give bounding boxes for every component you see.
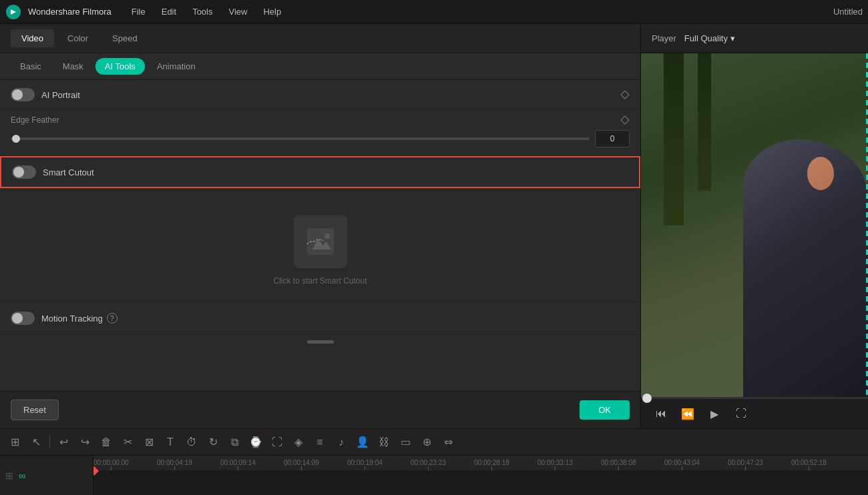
smart-cutout-preview[interactable]: Click to start Smart Cutout xyxy=(0,188,640,302)
smart-cutout-label: Smart Cutout xyxy=(43,167,94,177)
scroll-indicator xyxy=(0,335,640,349)
tl-people-icon[interactable]: 👤 xyxy=(353,433,372,452)
ruler-mark-0: 00:00:00:00 xyxy=(93,459,129,470)
player-header: Player Full Quality ▾ xyxy=(641,24,868,53)
panel-content: AI Portrait Edge Feather 0 xyxy=(0,80,640,391)
track-add-icon[interactable]: ⊞ xyxy=(5,470,13,481)
ruler-mark-2: 00:00:09:14 xyxy=(220,459,256,470)
fullscreen-button[interactable]: ⛶ xyxy=(732,404,750,423)
motion-tracking-section: Motion Tracking ? xyxy=(0,302,640,335)
menu-view[interactable]: View xyxy=(222,4,254,19)
top-tabs: Video Color Speed xyxy=(0,24,640,53)
subtab-animation[interactable]: Animation xyxy=(148,58,205,75)
ai-portrait-section: AI Portrait xyxy=(0,80,640,110)
motion-tracking-help-icon[interactable]: ? xyxy=(107,313,118,324)
menu-edit[interactable]: Edit xyxy=(155,4,183,19)
timeline-ruler: 00:00:00:00 00:00:04:19 00:00:09:14 00:0… xyxy=(93,456,868,470)
edge-feather-section: Edge Feather 0 xyxy=(0,110,640,156)
tl-clock-icon[interactable]: ⌚ xyxy=(246,433,265,452)
timeline-toolbar: ⊞ ↖ ↩ ↪ 🗑 ✂ ⊠ T ⏱ ↻ ⧉ ⌚ ⛶ ◈ ≡ ♪ 👤 ⛓ ▭ ⊕ … xyxy=(0,429,868,456)
edge-feather-slider-row: 0 xyxy=(11,130,630,147)
subtab-aitools[interactable]: AI Tools xyxy=(95,58,145,75)
cutout-placeholder-icon xyxy=(304,225,337,258)
tl-redo-icon[interactable]: ↪ xyxy=(75,433,94,452)
ai-portrait-toggle[interactable] xyxy=(11,88,35,101)
video-tree-2 xyxy=(698,53,711,191)
timeline-area: ⊞ ↖ ↩ ↪ 🗑 ✂ ⊠ T ⏱ ↻ ⧉ ⌚ ⛶ ◈ ≡ ♪ 👤 ⛓ ▭ ⊕ … xyxy=(0,428,868,495)
video-tree xyxy=(664,53,684,225)
tl-text-icon[interactable]: T xyxy=(161,433,180,452)
tl-crop-icon[interactable]: ⊠ xyxy=(140,433,158,452)
edge-feather-slider[interactable] xyxy=(11,137,590,140)
edge-feather-value[interactable]: 0 xyxy=(595,130,630,147)
menu-tools[interactable]: Tools xyxy=(186,4,219,19)
tab-video[interactable]: Video xyxy=(11,29,54,47)
tl-cursor-icon[interactable]: ↖ xyxy=(27,433,45,452)
player-quality-select[interactable]: Full Quality ▾ xyxy=(684,33,735,43)
tl-audio-icon[interactable]: ♪ xyxy=(332,433,351,452)
tl-timer-icon[interactable]: ⏱ xyxy=(182,433,201,452)
tab-color[interactable]: Color xyxy=(57,29,99,47)
tl-undo-icon[interactable]: ↩ xyxy=(54,433,73,452)
ruler-mark-4: 00:00:19:04 xyxy=(347,459,383,470)
ruler-mark-3: 00:00:14:09 xyxy=(284,459,319,470)
player-label: Player xyxy=(652,33,676,43)
panel-footer: Reset OK xyxy=(0,391,640,428)
main-area: Video Color Speed Basic Mask AI Tools An… xyxy=(0,24,868,428)
quality-value: Full Quality xyxy=(684,33,728,43)
menu-file[interactable]: File xyxy=(125,4,152,19)
player-video xyxy=(641,53,868,397)
tl-layer-icon[interactable]: ⧉ xyxy=(225,433,244,452)
tl-grid-icon[interactable]: ⊞ xyxy=(5,433,24,452)
tl-rotate-icon[interactable]: ↻ xyxy=(204,433,222,452)
tab-speed[interactable]: Speed xyxy=(101,29,148,47)
app-logo xyxy=(5,4,21,20)
step-back-button[interactable]: ⏪ xyxy=(678,404,697,423)
ruler-mark-1: 00:00:04:19 xyxy=(157,459,192,470)
ruler-mark-5: 00:00:23:23 xyxy=(411,459,446,470)
ruler-mark-8: 00:00:38:08 xyxy=(601,459,636,470)
ai-portrait-label: AI Portrait xyxy=(41,90,80,100)
subtab-mask[interactable]: Mask xyxy=(53,58,93,75)
ruler-mark-9: 00:00:43:04 xyxy=(664,459,700,470)
tl-delete-icon[interactable]: 🗑 xyxy=(97,433,116,452)
video-person xyxy=(743,139,868,397)
tl-targets-icon[interactable]: ⊕ xyxy=(417,433,436,452)
quality-chevron-icon: ▾ xyxy=(730,33,735,43)
left-panel: Video Color Speed Basic Mask AI Tools An… xyxy=(0,24,641,428)
timeline-tracks: ⊞ ∞ 00:00:00:00 00:00:04:19 00:00:09:14 xyxy=(0,456,868,495)
reset-button[interactable]: Reset xyxy=(11,400,59,420)
right-panel: Player Full Quality ▾ xyxy=(641,24,868,428)
tl-paint-icon[interactable]: ◈ xyxy=(289,433,308,452)
player-scrubber[interactable] xyxy=(641,397,868,399)
scrubber-thumb[interactable] xyxy=(642,394,652,403)
timeline-ruler-track: 00:00:00:00 00:00:04:19 00:00:09:14 00:0… xyxy=(93,456,868,495)
smart-cutout-section: Smart Cutout xyxy=(0,156,640,188)
ok-button[interactable]: OK xyxy=(580,400,630,420)
motion-tracking-toggle[interactable] xyxy=(11,312,35,325)
smart-cutout-toggle[interactable] xyxy=(12,165,36,179)
edge-feather-keyframe-icon xyxy=(620,115,630,125)
window-title: Untitled xyxy=(833,7,863,17)
video-preview-bg xyxy=(641,53,868,397)
player-controls: ⏮ ⏪ ▶ ⛶ xyxy=(641,399,868,428)
ruler-mark-7: 00:00:33:13 xyxy=(537,459,573,470)
tl-link-icon[interactable]: ⛓ xyxy=(375,433,393,452)
timeline-left-controls: ⊞ ∞ xyxy=(0,456,93,495)
tl-box-icon[interactable]: ▭ xyxy=(396,433,415,452)
video-person-head xyxy=(807,157,834,190)
tl-divider-1 xyxy=(49,436,50,449)
menu-help[interactable]: Help xyxy=(256,4,288,19)
tl-arrows-icon[interactable]: ⇔ xyxy=(439,433,457,452)
rewind-button[interactable]: ⏮ xyxy=(652,404,670,423)
subtab-basic[interactable]: Basic xyxy=(11,58,51,75)
motion-tracking-label: Motion Tracking xyxy=(41,314,103,324)
ruler-mark-11: 00:00:52:18 xyxy=(791,459,827,470)
app-name: Wondershare Filmora xyxy=(28,7,112,17)
tl-sliders-icon[interactable]: ≡ xyxy=(310,433,329,452)
tl-cut-icon[interactable]: ✂ xyxy=(118,433,137,452)
ruler-mark-6: 00:00:28:18 xyxy=(474,459,509,470)
tl-fullscreen-icon[interactable]: ⛶ xyxy=(268,433,286,452)
play-button[interactable]: ▶ xyxy=(705,404,724,423)
track-link-icon[interactable]: ∞ xyxy=(19,470,25,481)
